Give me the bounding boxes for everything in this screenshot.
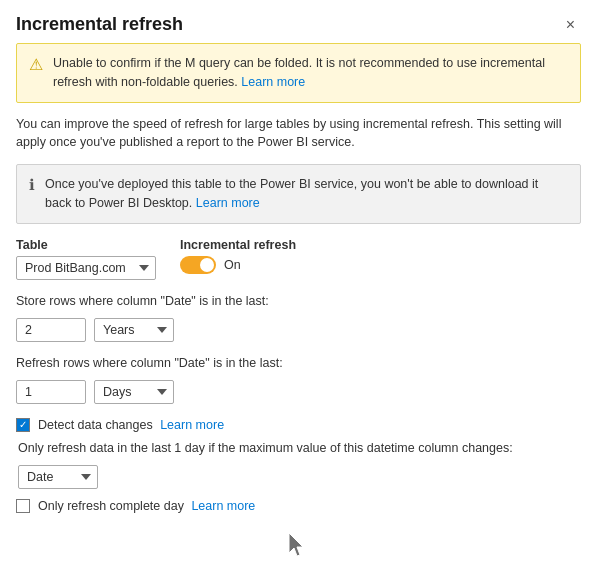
complete-day-row: Only refresh complete day Learn more (16, 499, 581, 513)
table-label: Table (16, 238, 156, 252)
table-select[interactable]: Prod BitBang.com (16, 256, 156, 280)
title-bar: Incremental refresh × (0, 0, 597, 43)
toggle-row: On (180, 256, 296, 274)
complete-day-learn-more[interactable]: Learn more (191, 499, 255, 513)
table-group: Table Prod BitBang.com (16, 238, 156, 280)
info-banner-text: Once you've deployed this table to the P… (45, 175, 568, 213)
dialog-body: ⚠ Unable to confirm if the M query can b… (0, 43, 597, 582)
incremental-label: Incremental refresh (180, 238, 296, 252)
info-icon: ℹ (29, 176, 35, 194)
store-rows-number-input[interactable] (16, 318, 86, 342)
complete-day-label: Only refresh complete day Learn more (38, 499, 255, 513)
store-rows-group: Store rows where column "Date" is in the… (16, 294, 581, 342)
incremental-toggle-group: Incremental refresh On (180, 238, 296, 274)
complete-day-text: Only refresh complete day (38, 499, 184, 513)
warning-banner: ⚠ Unable to confirm if the M query can b… (16, 43, 581, 103)
cursor-area (16, 521, 581, 582)
refresh-rows-label: Refresh rows where column "Date" is in t… (16, 356, 581, 370)
detect-info-text: Only refresh data in the last 1 day if t… (18, 440, 581, 458)
info-banner: ℹ Once you've deployed this table to the… (16, 164, 581, 224)
close-button[interactable]: × (560, 15, 581, 35)
cursor-icon (289, 533, 309, 561)
checkmark-icon: ✓ (19, 420, 27, 430)
info-banner-learn-more-link[interactable]: Learn more (196, 196, 260, 210)
store-rows-inputs: Years Months Days (16, 318, 581, 342)
detect-changes-info-block: Only refresh data in the last 1 day if t… (16, 440, 581, 490)
warning-icon: ⚠ (29, 55, 43, 74)
refresh-rows-number-input[interactable] (16, 380, 86, 404)
store-rows-label: Store rows where column "Date" is in the… (16, 294, 581, 308)
refresh-rows-period-select[interactable]: Days Months Years (94, 380, 174, 404)
refresh-rows-group: Refresh rows where column "Date" is in t… (16, 356, 581, 404)
refresh-rows-inputs: Days Months Years (16, 380, 581, 404)
detect-changes-checkbox[interactable]: ✓ (16, 418, 30, 432)
table-toggle-row: Table Prod BitBang.com Incremental refre… (16, 238, 581, 280)
warning-learn-more-link[interactable]: Learn more (241, 75, 305, 89)
toggle-state-label: On (224, 258, 241, 272)
dialog-title: Incremental refresh (16, 14, 183, 35)
incremental-refresh-dialog: Incremental refresh × ⚠ Unable to confir… (0, 0, 597, 582)
detect-changes-text: Detect data changes (38, 418, 153, 432)
toggle-knob (200, 258, 214, 272)
complete-day-checkbox[interactable] (16, 499, 30, 513)
store-rows-period-select[interactable]: Years Months Days (94, 318, 174, 342)
detect-changes-row: ✓ Detect data changes Learn more (16, 418, 581, 432)
warning-text: Unable to confirm if the M query can be … (53, 54, 568, 92)
incremental-toggle[interactable] (180, 256, 216, 274)
intro-text: You can improve the speed of refresh for… (16, 115, 581, 153)
detect-column-select[interactable]: Date (18, 465, 98, 489)
detect-changes-learn-more[interactable]: Learn more (160, 418, 224, 432)
info-banner-message: Once you've deployed this table to the P… (45, 177, 538, 210)
detect-changes-label: Detect data changes Learn more (38, 418, 224, 432)
